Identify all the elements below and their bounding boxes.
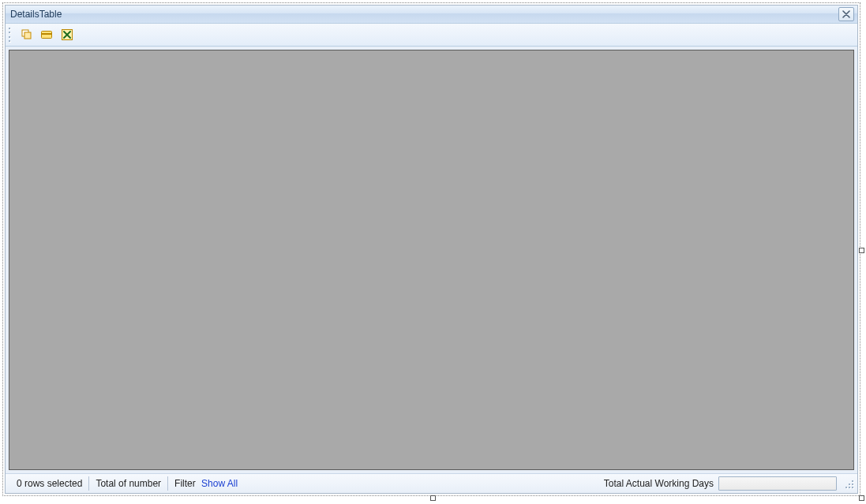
filter-show-all-link[interactable]: Show All	[201, 478, 238, 489]
status-rows-selected: 0 rows selected	[10, 476, 89, 491]
details-table-panel: DetailsTable	[5, 5, 858, 494]
close-icon	[842, 10, 850, 18]
status-filter: Filter Show All	[168, 476, 244, 491]
selection-handle-bottom-right[interactable]	[859, 495, 864, 501]
toolbar-grip[interactable]	[9, 27, 12, 43]
status-bar: 0 rows selected Total of number Filter S…	[6, 473, 857, 493]
content-wrapper	[6, 47, 857, 473]
designer-selection-frame: DetailsTable	[2, 2, 860, 496]
resize-grip[interactable]	[843, 478, 854, 489]
card-icon	[40, 28, 53, 41]
status-right-label: Total Actual Working Days	[604, 478, 714, 489]
selection-handle-right[interactable]	[859, 248, 864, 253]
panel-title: DetailsTable	[10, 9, 838, 20]
svg-rect-1	[24, 32, 31, 39]
selection-handle-bottom[interactable]	[430, 495, 436, 501]
status-total-number: Total of number	[89, 476, 168, 491]
data-grid[interactable]	[9, 50, 854, 470]
close-button[interactable]	[838, 7, 854, 21]
toolbar-button-card[interactable]	[37, 25, 56, 44]
status-filter-label: Filter	[174, 478, 196, 489]
title-bar: DetailsTable	[6, 6, 857, 24]
toolbar-button-copy[interactable]	[17, 25, 36, 44]
status-right-group: Total Actual Working Days	[604, 476, 857, 491]
copy-icon	[20, 28, 32, 41]
excel-icon	[61, 28, 73, 41]
toolbar	[6, 24, 857, 47]
toolbar-button-excel[interactable]	[58, 25, 77, 44]
total-working-days-field	[718, 476, 837, 491]
svg-rect-3	[42, 33, 52, 35]
